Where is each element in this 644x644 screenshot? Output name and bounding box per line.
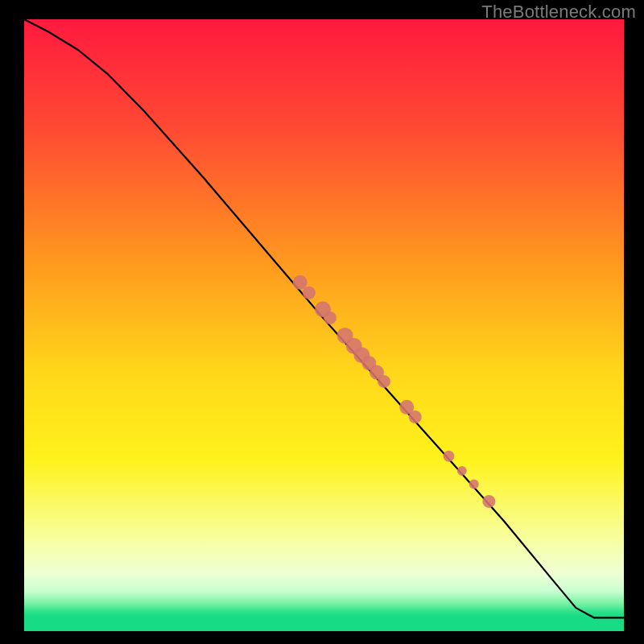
bottleneck-chart [0, 0, 644, 644]
plot-gradient-background [24, 19, 624, 631]
data-marker [482, 495, 495, 508]
data-marker [443, 451, 454, 462]
watermark-text: TheBottleneck.com [481, 2, 636, 23]
data-marker [293, 275, 308, 290]
data-marker [409, 411, 422, 423]
chart-stage: TheBottleneck.com [0, 0, 644, 644]
data-marker [378, 375, 390, 388]
data-marker [469, 480, 479, 489]
data-marker [324, 312, 336, 324]
data-marker [303, 287, 316, 299]
data-marker [457, 466, 467, 476]
